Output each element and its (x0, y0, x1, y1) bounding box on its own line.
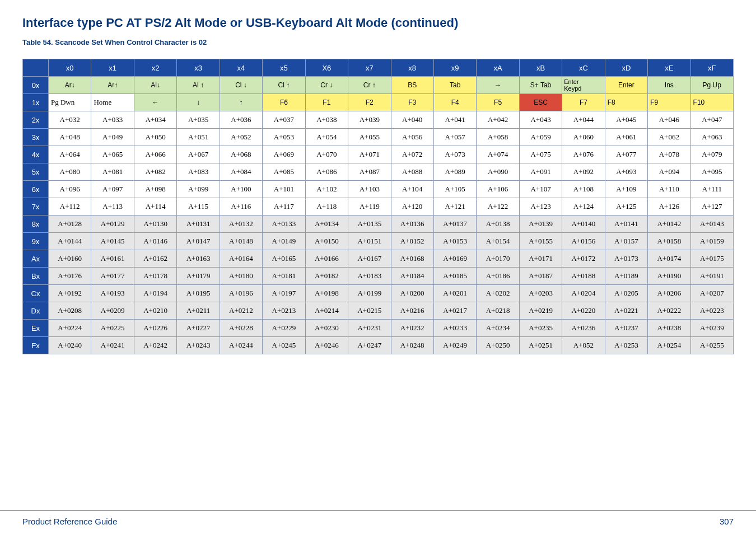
row-header: 6x (23, 181, 49, 198)
table-cell: A+0162 (134, 250, 176, 268)
table-cell: A+0234 (477, 320, 519, 337)
col-header: x4 (220, 59, 262, 77)
table-cell: A+0154 (477, 233, 519, 250)
table-cell: Cr ↑ (348, 77, 391, 94)
table-cell: A+118 (305, 198, 348, 216)
table-cell: A+0209 (91, 302, 134, 320)
table-cell: A+0178 (134, 268, 176, 285)
table-cell: A+110 (648, 181, 690, 198)
table-cell: A+074 (477, 146, 519, 163)
table-cell: A+091 (519, 163, 562, 181)
table-cell: A+045 (605, 111, 647, 129)
table-cell: A+073 (433, 146, 476, 163)
table-cell: A+038 (305, 111, 348, 129)
table-cell: A+0157 (605, 233, 647, 250)
table-cell: A+0199 (348, 285, 391, 302)
table-cell: A+0168 (391, 250, 433, 268)
table-cell: EnterKeypd (562, 77, 605, 94)
col-header-empty (23, 59, 49, 77)
table-cell: A+0135 (348, 216, 391, 233)
row-header: 1x (23, 94, 49, 111)
table-caption: Table 54. Scancode Set When Control Char… (22, 38, 734, 46)
table-cell: A+0196 (220, 285, 262, 302)
table-cell: A+0174 (648, 250, 690, 268)
table-cell: A+101 (263, 181, 305, 198)
table-cell: A+0240 (49, 337, 91, 354)
table-cell: A+0188 (562, 268, 605, 285)
table-cell: A+0134 (305, 216, 348, 233)
table-cell: A+0153 (433, 233, 476, 250)
table-cell: A+0186 (477, 268, 519, 285)
table-cell: A+0232 (391, 320, 433, 337)
table-cell: A+0198 (305, 285, 348, 302)
row-header: 0x (23, 77, 49, 94)
table-cell: A+049 (91, 129, 134, 146)
table-cell: A+0131 (177, 216, 220, 233)
table-cell: A+122 (477, 198, 519, 216)
table-cell: A+069 (263, 146, 305, 163)
table-cell: A+0203 (519, 285, 562, 302)
table-cell: A+0145 (91, 233, 134, 250)
table-cell: A+0194 (134, 285, 176, 302)
table-cell: Al ↑ (177, 77, 220, 94)
table-cell: A+099 (177, 181, 220, 198)
table-cell: A+119 (348, 198, 391, 216)
table-cell: A+0215 (348, 302, 391, 320)
table-cell: A+0180 (220, 268, 262, 285)
table-cell: A+0253 (605, 337, 647, 354)
col-header: x5 (263, 59, 305, 77)
table-cell: A+042 (477, 111, 519, 129)
table-cell: A+106 (477, 181, 519, 198)
table-cell: A+100 (220, 181, 262, 198)
col-header: xB (519, 59, 562, 77)
col-header: x7 (348, 59, 391, 77)
table-row: 5xA+080A+081A+082A+083A+084A+085A+086A+0… (23, 163, 734, 181)
table-cell: ↑ (220, 94, 262, 111)
table-cell: A+0189 (605, 268, 647, 285)
table-cell: A+0147 (177, 233, 220, 250)
table-cell: A+0254 (648, 337, 690, 354)
table-cell: A+107 (519, 181, 562, 198)
table-cell: F8 (605, 94, 647, 111)
col-header: xE (648, 59, 690, 77)
table-cell: ESC (519, 94, 562, 111)
table-cell: F4 (433, 94, 476, 111)
table-cell: A+0158 (648, 233, 690, 250)
table-cell: A+0217 (433, 302, 476, 320)
table-cell: F1 (305, 94, 348, 111)
table-cell: A+0138 (477, 216, 519, 233)
table-cell: A+0236 (562, 320, 605, 337)
col-header: xF (690, 59, 733, 77)
table-cell: A+0130 (134, 216, 176, 233)
table-row: BxA+0176A+0177A+0178A+0179A+0180A+0181A+… (23, 268, 734, 285)
table-row: 3xA+048A+049A+050A+051A+052A+053A+054A+0… (23, 129, 734, 146)
table-cell: A+0213 (263, 302, 305, 320)
table-cell: A+0179 (177, 268, 220, 285)
footer-product: Product Reference Guide (22, 517, 117, 526)
table-cell: A+0205 (605, 285, 647, 302)
row-header: 9x (23, 233, 49, 250)
table-cell: A+0212 (220, 302, 262, 320)
table-cell: A+113 (91, 198, 134, 216)
footer-page-number: 307 (720, 517, 734, 526)
table-cell: A+0172 (562, 250, 605, 268)
row-header: 7x (23, 198, 49, 216)
table-cell: A+0165 (263, 250, 305, 268)
table-cell: Pg Dwn (49, 94, 91, 111)
table-header-row: x0x1x2x3x4x5X6x7x8x9xAxBxCxDxExF (23, 59, 734, 77)
table-cell: A+071 (348, 146, 391, 163)
table-cell: A+0246 (305, 337, 348, 354)
table-cell: A+0190 (648, 268, 690, 285)
table-cell: A+0156 (562, 233, 605, 250)
table-cell: A+0160 (49, 250, 91, 268)
table-cell: A+0224 (49, 320, 91, 337)
table-cell: A+033 (91, 111, 134, 129)
table-cell: A+0150 (305, 233, 348, 250)
col-header: x1 (91, 59, 134, 77)
table-cell: A+0228 (220, 320, 262, 337)
scancode-table: x0x1x2x3x4x5X6x7x8x9xAxBxCxDxExF 0xAr↓Ar… (22, 59, 734, 354)
table-cell: A+037 (263, 111, 305, 129)
table-cell: A+0152 (391, 233, 433, 250)
table-cell: A+0181 (263, 268, 305, 285)
table-cell: A+112 (49, 198, 91, 216)
